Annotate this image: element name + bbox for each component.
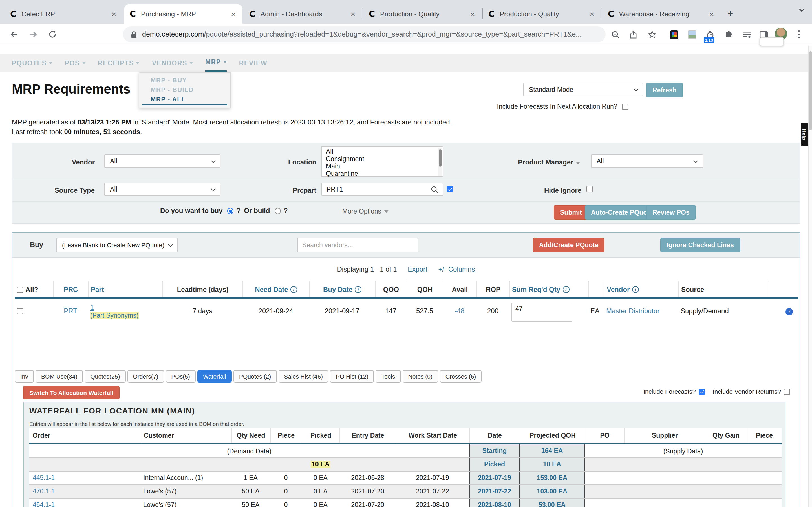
tab-close-icon[interactable]: ×	[589, 9, 596, 18]
extension-image-icon[interactable]	[687, 29, 697, 40]
location-option[interactable]: Consignment	[326, 156, 443, 163]
help-tab[interactable]: Help	[801, 123, 808, 146]
browser-tab[interactable]: CCetec ERP×	[4, 4, 123, 24]
mode-select[interactable]: Standard Mode	[523, 83, 644, 96]
browser-tab[interactable]: CAdmin - Dashboards×	[244, 4, 362, 24]
column-header-sum-req-d-qty[interactable]: Sum Req'd Qtyi	[509, 281, 588, 297]
product-manager-select[interactable]: All	[591, 154, 703, 168]
add-create-pquote-button[interactable]: Add/Create PQuote	[533, 238, 605, 252]
menu-item-mrp-build[interactable]: MRP - BUILD	[139, 85, 230, 95]
browser-menu-icon[interactable]	[794, 29, 804, 40]
order-cell[interactable]: 470.1-1	[29, 485, 140, 498]
location-option[interactable]: All	[326, 148, 443, 156]
column-header-vendor[interactable]: Vendori	[604, 281, 678, 297]
reading-list-icon[interactable]	[742, 29, 752, 40]
nav-item-receipts[interactable]: RECEIPTS	[98, 54, 140, 72]
build-radio[interactable]	[274, 208, 281, 214]
nav-item-review[interactable]: REVIEW	[239, 54, 267, 72]
vendor-link[interactable]: Master Distributor	[606, 307, 659, 315]
zoom-out-icon[interactable]	[610, 29, 620, 40]
avail-link[interactable]: -48	[455, 307, 465, 315]
info-icon[interactable]: i	[632, 286, 639, 293]
part-link[interactable]: 1	[90, 304, 94, 312]
review-pos-button[interactable]: Review POs	[646, 205, 696, 220]
page-scrollbar[interactable]	[808, 46, 812, 507]
buy-radio[interactable]	[227, 208, 234, 214]
forward-icon[interactable]	[28, 29, 38, 40]
hide-ignore-checkbox[interactable]	[587, 186, 593, 192]
part-tab-crosses-6-[interactable]: Crosses (6)	[440, 370, 482, 383]
share-icon[interactable]	[628, 29, 638, 40]
row-select-checkbox[interactable]	[17, 308, 23, 314]
column-header-prc[interactable]: PRC	[53, 281, 88, 297]
order-link[interactable]: 445.1-1	[33, 474, 55, 481]
part-tab-orders-7-[interactable]: Orders(7)	[127, 370, 164, 383]
tab-close-icon[interactable]: ×	[110, 9, 117, 18]
source-type-select[interactable]: All	[104, 182, 220, 196]
location-option[interactable]: Quarantine	[326, 170, 443, 177]
browser-tab[interactable]: CPurchasing - MRP×	[124, 4, 243, 24]
column-header-buy-date[interactable]: Buy Datei	[309, 281, 375, 297]
column-header-need-date[interactable]: Need Datei	[243, 281, 309, 297]
nav-item-mrp[interactable]: MRP	[205, 54, 227, 72]
order-cell[interactable]: 464.1-1	[29, 499, 140, 507]
part-tab-notes-0-[interactable]: Notes (0)	[402, 370, 438, 383]
prcpart-exact-checkbox[interactable]	[447, 186, 453, 192]
info-icon[interactable]: i	[290, 286, 297, 293]
part-tab-pos-5-[interactable]: POs(5)	[165, 370, 196, 383]
browser-tab[interactable]: CProduction - Quality×	[363, 4, 481, 24]
scrollbar-thumb[interactable]	[809, 51, 812, 130]
part-synonyms-link[interactable]: (Part Synonyms)	[90, 312, 139, 319]
browser-tab[interactable]: CProduction - Quality×	[483, 4, 601, 24]
bookmark-star-icon[interactable]	[647, 29, 657, 40]
new-tab-button[interactable]: +	[723, 7, 737, 20]
order-link[interactable]: 464.1-1	[33, 501, 55, 507]
vendor-search-input[interactable]: Search vendors...	[297, 238, 418, 252]
part-tab-pquotes-2-[interactable]: PQuotes (2)	[234, 370, 276, 383]
part-tab-waterfall[interactable]: Waterfall	[197, 370, 232, 383]
part-tab-inv[interactable]: Inv	[15, 370, 34, 383]
tab-close-icon[interactable]: ×	[230, 9, 237, 18]
include-forecasts-checkbox[interactable]	[699, 388, 705, 395]
part-tab-bom-use-34-[interactable]: BOM Use(34)	[36, 370, 83, 383]
tab-list-chevron-icon[interactable]	[799, 8, 805, 12]
listbox-scrollbar[interactable]	[438, 148, 442, 176]
refresh-button[interactable]: Refresh	[646, 83, 683, 98]
columns-toggle-link[interactable]: +/- Columns	[438, 265, 475, 273]
row-info-icon[interactable]: i	[785, 308, 793, 316]
part-tab-po-hist-12-[interactable]: PO Hist (12)	[330, 370, 374, 383]
menu-item-mrp-buy[interactable]: MRP - BUY	[139, 75, 230, 85]
location-listbox[interactable]: AllConsignmentMainQuarantine	[321, 147, 443, 177]
buy-pquote-select[interactable]: (Leave Blank to Create New PQuote)	[56, 238, 177, 252]
nav-item-pquotes[interactable]: PQUOTES	[12, 54, 52, 72]
tab-close-icon[interactable]: ×	[469, 9, 476, 18]
submit-button[interactable]: Submit	[554, 205, 588, 220]
order-cell[interactable]: 445.1-1	[29, 471, 140, 485]
part-tab-sales-hist-46-[interactable]: Sales Hist (46)	[278, 370, 328, 383]
info-icon[interactable]: i	[562, 286, 569, 293]
location-option[interactable]: Main	[326, 163, 443, 170]
menu-item-mrp-all[interactable]: MRP - ALL	[139, 95, 230, 104]
reload-icon[interactable]	[47, 29, 57, 40]
tab-close-icon[interactable]: ×	[708, 9, 715, 18]
part-tab-quotes-25-[interactable]: Quotes(25)	[85, 370, 125, 383]
more-options-toggle[interactable]: More Options	[342, 208, 389, 215]
nav-item-pos[interactable]: POS	[65, 54, 86, 72]
switch-allocation-waterfall-button[interactable]: Switch To Allocation Waterfall	[23, 386, 119, 399]
order-link[interactable]: 470.1-1	[33, 488, 55, 495]
prc-link[interactable]: PRT	[64, 307, 77, 315]
ignore-checked-lines-button[interactable]: Ignore Checked Lines	[660, 238, 740, 252]
prcpart-input[interactable]: PRT1	[321, 182, 443, 196]
column-header-part[interactable]: Part	[88, 281, 162, 297]
select-all-checkbox[interactable]	[17, 286, 23, 293]
back-icon[interactable]	[9, 29, 19, 40]
part-tab-tools[interactable]: Tools	[375, 370, 401, 383]
sum-reqd-qty-input[interactable]: 47	[511, 302, 572, 322]
include-vendor-returns-checkbox[interactable]	[784, 388, 790, 395]
extensions-puzzle-icon[interactable]	[723, 29, 733, 40]
info-icon[interactable]: i	[355, 286, 361, 293]
tab-close-icon[interactable]: ×	[350, 9, 356, 18]
include-forecasts-next-run-checkbox[interactable]	[622, 104, 628, 110]
address-bar[interactable]: demo.cetecerp.com/pquote/assisted_purcha…	[123, 26, 606, 42]
vendor-select[interactable]: All	[104, 154, 220, 168]
